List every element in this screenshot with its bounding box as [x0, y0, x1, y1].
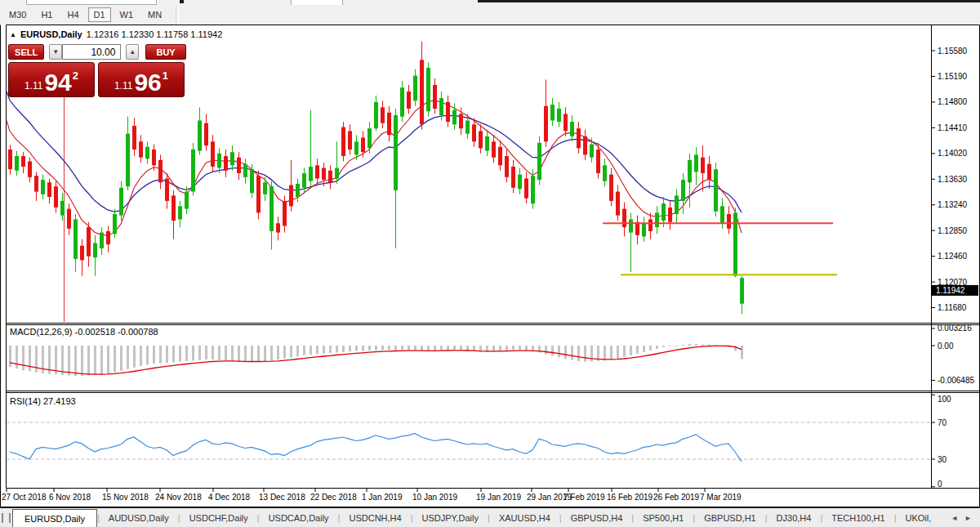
tab-usdcnh-h4[interactable]: USDCNH,H4 — [340, 508, 410, 527]
toolbar-separator — [176, 7, 179, 23]
sell-price-prefix: 1.11 — [24, 80, 42, 92]
chart-title: ▲ EURUSD,Daily 1.12316 1.12330 1.11758 1… — [10, 29, 222, 39]
tab-ukoil-[interactable]: UKOil, — [897, 508, 941, 527]
collapse-triangle-icon[interactable]: ▲ — [10, 31, 16, 38]
sell-price-big: 94 — [44, 70, 71, 95]
ohlc-quote: 1.12316 1.12330 1.11758 1.11942 — [87, 29, 223, 39]
tab-eurusd-daily[interactable]: EURUSD,Daily — [12, 509, 97, 527]
macd-indicator-label: MACD(12,26,9) -0.002518 -0.000788 — [10, 327, 158, 337]
rsi-indicator-label: RSI(14) 27.4193 — [10, 396, 76, 406]
volume-increase-button[interactable]: ▲ — [126, 44, 139, 60]
symbol-label: EURUSD,Daily — [20, 29, 82, 39]
tab-xauusd-h4[interactable]: XAUUSD,H4 — [490, 508, 559, 527]
buy-button[interactable]: BUY — [145, 44, 186, 60]
timeframe-h4-button[interactable]: H4 — [61, 7, 84, 22]
tabs-grip[interactable] — [2, 513, 11, 523]
tab-audusd-daily[interactable]: AUDUSD,Daily — [100, 508, 178, 527]
tabs-scroll-arrows: ◄ ► — [951, 508, 980, 527]
tabs-scroll-left-icon[interactable]: ◄ — [951, 514, 958, 522]
tabs-holder: EURUSD,Daily|AUDUSD,Daily|USDCHF,Daily|U… — [12, 508, 940, 527]
clipped-toolbar-edge — [478, 0, 980, 2]
tab-sp500-h1[interactable]: SP500,H1 — [634, 508, 693, 527]
buy-price-box[interactable]: 1.11 96 1 — [98, 62, 185, 97]
tab-usdjpy-daily[interactable]: USDJPY,Daily — [413, 508, 488, 527]
tab-usdcad-daily[interactable]: USDCAD,Daily — [260, 508, 338, 527]
timeframe-h1-button[interactable]: H1 — [35, 7, 58, 22]
buy-price-prefix: 1.11 — [114, 80, 132, 92]
timeframe-w1-button[interactable]: W1 — [114, 7, 140, 22]
buy-price-big: 96 — [134, 70, 161, 95]
timeframe-mn-button[interactable]: MN — [142, 7, 167, 22]
tab-tech100-h1[interactable]: TECH100,H1 — [822, 508, 893, 527]
sell-button[interactable]: SELL — [8, 44, 44, 60]
one-click-trade-panel: SELL ▼ 10.00 ▲ BUY 1.11 94 2 1.11 96 1 — [8, 44, 186, 97]
tabs-scroll-right-icon[interactable]: ► — [964, 514, 972, 522]
clipped-icon — [180, 0, 184, 3]
sell-price-box[interactable]: 1.11 94 2 — [8, 62, 95, 97]
tab-dj30-h4[interactable]: DJ30,H4 — [768, 508, 821, 527]
buy-price-pipette: 1 — [163, 69, 168, 82]
chart-tabs-bar: EURUSD,Daily|AUDUSD,Daily|USDCHF,Daily|U… — [0, 507, 980, 527]
timeframe-d1-button[interactable]: D1 — [88, 7, 111, 22]
tab-gbpusd-h4[interactable]: GBPUSD,H4 — [562, 508, 632, 527]
volume-decrease-button[interactable]: ▼ — [49, 44, 62, 60]
tab-gbpusd-h1[interactable]: GBPUSD,H1 — [695, 508, 765, 527]
timeframe-toolbar: M30H1H4D1W1MN — [0, 5, 980, 25]
volume-input[interactable]: 10.00 — [62, 44, 121, 60]
tab-usdchf-daily[interactable]: USDCHF,Daily — [180, 508, 257, 527]
sell-price-pipette: 2 — [73, 69, 78, 82]
timeframe-m30-button[interactable]: M30 — [3, 7, 32, 22]
